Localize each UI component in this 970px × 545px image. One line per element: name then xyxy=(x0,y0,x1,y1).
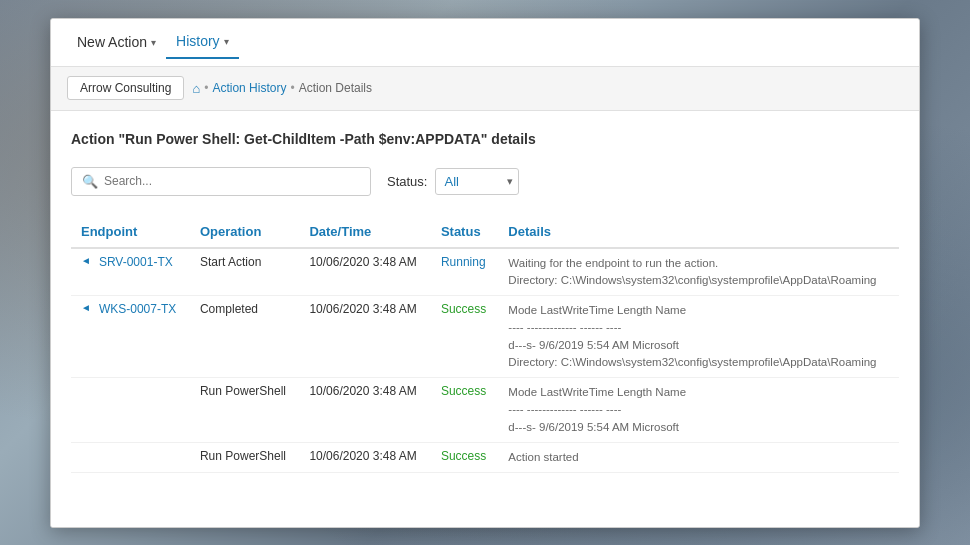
page-title: Action "Run Power Shell: Get-ChildItem -… xyxy=(71,131,899,147)
search-box: 🔍 xyxy=(71,167,371,196)
cell-details: Waiting for the endpoint to run the acti… xyxy=(498,248,899,296)
table-row: ◄WKS-0007-TXCompleted10/06/2020 3:48 AMS… xyxy=(71,296,899,378)
status-select[interactable]: All Running Success Failed xyxy=(435,168,519,195)
cell-endpoint xyxy=(71,378,190,443)
status-select-wrapper: All Running Success Failed xyxy=(435,168,519,195)
status-filter: Status: All Running Success Failed xyxy=(387,168,519,195)
cell-details: Mode LastWriteTime Length Name---- -----… xyxy=(498,378,899,443)
details-content: Mode LastWriteTime Length Name---- -----… xyxy=(508,302,889,371)
cell-status: Success xyxy=(431,442,498,472)
status-badge: Success xyxy=(441,302,486,316)
breadcrumb-sep2: • xyxy=(290,81,294,95)
new-action-chevron: ▾ xyxy=(151,37,156,48)
search-input[interactable] xyxy=(104,174,360,188)
operation-text: Completed xyxy=(200,302,258,316)
page-content: Action "Run Power Shell: Get-ChildItem -… xyxy=(51,111,919,527)
cell-status: Success xyxy=(431,296,498,378)
search-icon: 🔍 xyxy=(82,174,98,189)
endpoint-link[interactable]: SRV-0001-TX xyxy=(99,255,173,269)
table-header-row: Endpoint Operation Date/Time Status Deta… xyxy=(71,216,899,248)
history-label: History xyxy=(176,33,220,49)
table-row: Run PowerShell10/06/2020 3:48 AMSuccessA… xyxy=(71,442,899,472)
table-row: Run PowerShell10/06/2020 3:48 AMSuccessM… xyxy=(71,378,899,443)
data-table: Endpoint Operation Date/Time Status Deta… xyxy=(71,216,899,474)
cell-datetime: 10/06/2020 3:48 AM xyxy=(299,296,431,378)
col-endpoint: Endpoint xyxy=(71,216,190,248)
cell-operation: Run PowerShell xyxy=(190,442,299,472)
breadcrumb-tab[interactable]: Arrow Consulting xyxy=(67,76,184,100)
table-row: ◄SRV-0001-TXStart Action10/06/2020 3:48 … xyxy=(71,248,899,296)
cell-details: Mode LastWriteTime Length Name---- -----… xyxy=(498,296,899,378)
cell-operation: Start Action xyxy=(190,248,299,296)
row-expand-icon[interactable]: ◄ xyxy=(81,302,91,313)
cell-operation: Completed xyxy=(190,296,299,378)
operation-text: Start Action xyxy=(200,255,261,269)
cell-status: Success xyxy=(431,378,498,443)
cell-endpoint: ◄SRV-0001-TX xyxy=(71,248,190,296)
breadcrumb-current: Action Details xyxy=(299,81,372,95)
cell-details: Action started xyxy=(498,442,899,472)
details-content: Mode LastWriteTime Length Name---- -----… xyxy=(508,384,889,436)
cell-operation: Run PowerShell xyxy=(190,378,299,443)
app-window: New Action ▾ History ▾ Arrow Consulting … xyxy=(50,18,920,528)
filter-row: 🔍 Status: All Running Success Failed xyxy=(71,167,899,196)
col-operation: Operation xyxy=(190,216,299,248)
details-content: Waiting for the endpoint to run the acti… xyxy=(508,255,889,290)
details-content: Action started xyxy=(508,449,889,466)
nav-new-action[interactable]: New Action ▾ xyxy=(67,26,166,58)
col-datetime: Date/Time xyxy=(299,216,431,248)
status-badge: Success xyxy=(441,449,486,463)
cell-datetime: 10/06/2020 3:48 AM xyxy=(299,442,431,472)
cell-datetime: 10/06/2020 3:48 AM xyxy=(299,248,431,296)
action-history-link[interactable]: Action History xyxy=(212,81,286,95)
endpoint-link[interactable]: WKS-0007-TX xyxy=(99,302,176,316)
history-chevron: ▾ xyxy=(224,36,229,47)
breadcrumb-sep1: • xyxy=(204,81,208,95)
status-label: Status: xyxy=(387,174,427,189)
cell-endpoint: ◄WKS-0007-TX xyxy=(71,296,190,378)
top-nav: New Action ▾ History ▾ xyxy=(51,19,919,67)
cell-datetime: 10/06/2020 3:48 AM xyxy=(299,378,431,443)
operation-text: Run PowerShell xyxy=(200,449,286,463)
cell-status: Running xyxy=(431,248,498,296)
col-details: Details xyxy=(498,216,899,248)
breadcrumb-bar: Arrow Consulting ⌂ • Action History • Ac… xyxy=(51,67,919,111)
row-expand-icon[interactable]: ◄ xyxy=(81,255,91,266)
home-icon[interactable]: ⌂ xyxy=(192,81,200,96)
cell-endpoint xyxy=(71,442,190,472)
col-status: Status xyxy=(431,216,498,248)
nav-history[interactable]: History ▾ xyxy=(166,25,239,59)
operation-text: Run PowerShell xyxy=(200,384,286,398)
new-action-label: New Action xyxy=(77,34,147,50)
status-badge: Success xyxy=(441,384,486,398)
breadcrumb-path: ⌂ • Action History • Action Details xyxy=(192,81,372,96)
status-badge: Running xyxy=(441,255,486,269)
